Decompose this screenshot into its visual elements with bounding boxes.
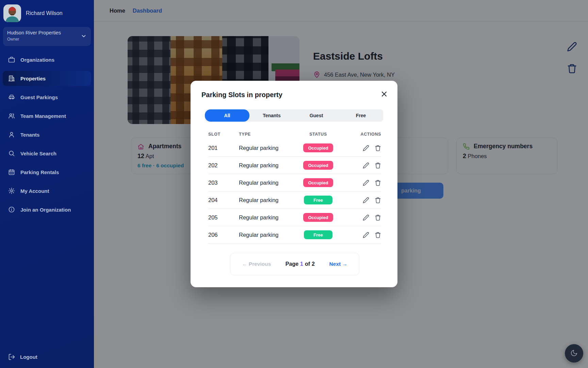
delete-slot-button[interactable] (375, 145, 381, 151)
table-row: 201 Regular parking Occupied (208, 139, 381, 157)
modal-title: Parking Slots in property (201, 91, 282, 99)
edit-slot-button[interactable] (363, 180, 369, 186)
trash-icon (375, 199, 381, 204)
status-badge: Occupied (303, 161, 333, 170)
delete-slot-button[interactable] (375, 162, 381, 169)
logout-label: Logout (20, 354, 37, 360)
cell-type: Regular parking (239, 162, 289, 169)
parking-slots-table: Slot Type Status Actions 201 Regular par… (208, 129, 381, 244)
table-row: 205 Regular parking Occupied (208, 209, 381, 226)
parking-slots-modal: Parking Slots in property AllTenantsGues… (191, 81, 397, 287)
tab-all[interactable]: All (205, 109, 249, 122)
filter-tabs: AllTenantsGuestFree (205, 109, 383, 122)
previous-page-button[interactable]: ← Previous (242, 261, 271, 267)
header-actions: Actions (347, 132, 381, 137)
sidebar-item-my-account[interactable]: My Account (3, 183, 91, 198)
pencil-icon (363, 199, 369, 204)
info-icon (8, 206, 15, 213)
status-badge: Free (304, 196, 332, 204)
users-icon (8, 112, 15, 119)
user-row: Richard Wilson (0, 0, 94, 22)
org-selector[interactable]: Hudson River Properties Owner (3, 27, 91, 46)
table-body: 201 Regular parking Occupied 202 Regular… (208, 139, 381, 244)
sidebar-item-tenants[interactable]: Tenants (3, 127, 91, 142)
building-icon (8, 75, 15, 82)
user-name: Richard Wilson (26, 10, 63, 16)
page-indicator: Page 1 of 2 (285, 261, 315, 267)
briefcase-icon (8, 56, 15, 63)
pencil-icon (363, 147, 369, 152)
next-page-button[interactable]: Next → (329, 261, 347, 267)
sidebar-item-label: Tenants (20, 132, 39, 138)
sidebar-item-label: My Account (20, 188, 49, 194)
sidebar-item-label: Join an Organization (20, 207, 71, 213)
edit-slot-button[interactable] (363, 232, 369, 238)
current-page-number: 1 (300, 261, 303, 267)
delete-slot-button[interactable] (375, 180, 381, 186)
sidebar-item-team-management[interactable]: Team Management (3, 108, 91, 123)
sidebar-item-label: Guest Parkings (20, 94, 58, 100)
pencil-icon (363, 182, 369, 187)
avatar (3, 4, 21, 22)
pencil-icon (363, 217, 369, 222)
sidebar-item-label: Vehicle Search (20, 151, 56, 156)
status-badge: Occupied (303, 143, 333, 152)
pencil-icon (363, 165, 369, 170)
cell-slot: 205 (208, 214, 239, 221)
cell-slot: 202 (208, 162, 239, 169)
sidebar-item-join-an-organization[interactable]: Join an Organization (3, 202, 91, 217)
trash-icon (375, 234, 381, 239)
cell-slot: 206 (208, 232, 239, 238)
status-badge: Free (304, 230, 332, 239)
header-type: Type (239, 132, 289, 137)
search-icon (8, 150, 15, 157)
trash-icon (375, 147, 381, 152)
calendar-icon (8, 169, 15, 175)
cell-type: Regular parking (239, 197, 289, 203)
sidebar-item-organizations[interactable]: Organizations (3, 52, 91, 67)
delete-slot-button[interactable] (375, 214, 381, 221)
sidebar-item-vehicle-search[interactable]: Vehicle Search (3, 146, 91, 161)
dark-mode-toggle[interactable] (565, 344, 583, 363)
status-badge: Occupied (303, 213, 333, 222)
table-row: 204 Regular parking Free (208, 191, 381, 209)
chevron-down-icon (81, 33, 87, 39)
table-row: 203 Regular parking Occupied (208, 174, 381, 191)
sidebar: Richard Wilson Hudson River Properties O… (0, 0, 94, 368)
sidebar-item-guest-parkings[interactable]: Guest Parkings (3, 90, 91, 105)
sidebar-nav: Organizations Properties Guest Parkings … (0, 52, 94, 217)
cell-slot: 201 (208, 145, 239, 151)
moon-icon (570, 349, 578, 358)
pagination: ← Previous Page 1 of 2 Next → (230, 253, 359, 275)
sidebar-item-label: Parking Rentals (20, 169, 59, 175)
edit-slot-button[interactable] (363, 145, 369, 151)
delete-slot-button[interactable] (375, 197, 381, 203)
sidebar-item-label: Properties (20, 76, 46, 81)
gear-icon (8, 187, 15, 194)
logout-button[interactable]: Logout (8, 353, 37, 361)
cell-slot: 203 (208, 180, 239, 186)
sidebar-item-parking-rentals[interactable]: Parking Rentals (3, 165, 91, 180)
close-button[interactable] (379, 89, 389, 99)
sidebar-item-properties[interactable]: Properties (3, 71, 91, 86)
tab-guest[interactable]: Guest (294, 109, 339, 122)
trash-icon (375, 217, 381, 222)
sidebar-item-label: Team Management (20, 113, 66, 119)
header-status: Status (289, 132, 347, 137)
cell-slot: 204 (208, 197, 239, 203)
tab-free[interactable]: Free (339, 109, 383, 122)
cell-type: Regular parking (239, 180, 289, 186)
trash-icon (375, 182, 381, 187)
edit-slot-button[interactable] (363, 197, 369, 203)
delete-slot-button[interactable] (375, 232, 381, 238)
status-badge: Occupied (303, 178, 333, 187)
sidebar-item-label: Organizations (20, 57, 54, 63)
table-row: 202 Regular parking Occupied (208, 157, 381, 174)
tab-tenants[interactable]: Tenants (249, 109, 294, 122)
cell-type: Regular parking (239, 145, 289, 151)
edit-slot-button[interactable] (363, 214, 369, 221)
org-role: Owner (7, 37, 87, 42)
car-icon (8, 94, 15, 101)
logout-icon (8, 353, 15, 361)
edit-slot-button[interactable] (363, 162, 369, 169)
